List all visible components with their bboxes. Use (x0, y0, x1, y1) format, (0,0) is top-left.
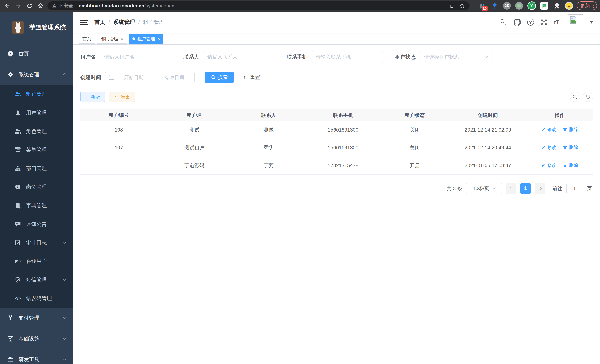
extension-tasks-icon[interactable]: 10 (478, 2, 486, 10)
tab-tenant[interactable]: 租户管理 × (129, 34, 163, 44)
date-range-picker[interactable]: 开始日期 - 结束日期 (105, 72, 195, 83)
browser-menu-icon[interactable] (593, 3, 594, 8)
user-avatar[interactable] (568, 14, 583, 30)
fullscreen-icon[interactable] (540, 19, 548, 26)
help-icon[interactable]: ? (527, 19, 534, 26)
url-text: dashboard.yudao.iocoder.cn/system/tenant (79, 3, 176, 9)
edit-link[interactable]: 修改 (541, 144, 556, 150)
filter-row-2: 创建时间 开始日期 - 结束日期 搜索 重置 (80, 72, 593, 83)
tenant-name-label: 租户名 (80, 53, 96, 60)
sidebar-item-infra[interactable]: 基础设施 (0, 328, 73, 349)
sidebar-item-dict[interactable]: 字典管理 (0, 196, 73, 215)
breadcrumb-system[interactable]: 系统管理 (113, 19, 135, 26)
sidebar-item-post[interactable]: 岗位管理 (0, 178, 73, 196)
url-path: /system/tenant (144, 3, 176, 9)
breadcrumb: 首页 / 系统管理 / 租户管理 (94, 19, 165, 26)
delete-link[interactable]: 删除 (563, 127, 578, 133)
update-label: 更新 (580, 2, 590, 9)
start-date-placeholder[interactable]: 开始日期 (118, 74, 150, 81)
org-chart-icon (14, 165, 21, 172)
browser-reload-icon[interactable] (25, 1, 34, 10)
sidebar-item-online-users[interactable]: 在线用户 (0, 252, 73, 271)
close-icon[interactable]: × (157, 36, 160, 41)
sidebar-item-menu[interactable]: 菜单管理 (0, 141, 73, 159)
share-icon[interactable] (449, 3, 455, 9)
mobile-input[interactable] (311, 51, 384, 63)
tab-dept[interactable]: 部门管理 × (97, 34, 127, 44)
extension-kite-icon[interactable] (491, 2, 498, 10)
sidebar-item-payment[interactable]: ¥ 支付管理 (0, 308, 73, 328)
download-icon (114, 95, 118, 99)
font-size-icon[interactable]: tT (554, 19, 560, 25)
trash-icon (563, 145, 567, 150)
sidebar-item-label: 字典管理 (26, 202, 47, 209)
calendar-icon (109, 75, 114, 80)
extension-command-icon[interactable] (503, 2, 511, 10)
browser-home-icon[interactable] (36, 1, 45, 10)
sidebar-item-system[interactable]: 系统管理 (0, 64, 73, 85)
extension-dot-icon[interactable] (515, 2, 523, 10)
browser-back-icon[interactable] (3, 1, 11, 10)
sidebar-item-label: 在线用户 (26, 258, 47, 265)
edit-link[interactable]: 修改 (541, 162, 556, 168)
dictionary-icon (14, 202, 21, 209)
close-icon[interactable]: × (121, 36, 123, 41)
hide-search-button[interactable] (570, 92, 580, 102)
tenant-name-input[interactable] (100, 51, 172, 63)
sidebar-logo[interactable]: 芋道管理系统 (0, 11, 73, 43)
extension-chat-icon[interactable] (540, 2, 548, 10)
sidebar-item-error-code[interactable]: </> 错误码管理 (0, 289, 73, 308)
end-date-placeholder[interactable]: 结束日期 (158, 74, 191, 81)
prev-page-button[interactable] (506, 183, 516, 194)
user-icon (14, 110, 21, 116)
table-row: 107 测试租户 秃头 15601691300 关闭 2021-12-14 20… (80, 139, 593, 157)
col-mobile: 联系手机 (306, 110, 380, 121)
sidebar-menu: 首页 系统管理 租户管理 用户管理 角色管理 (0, 43, 73, 364)
total-count: 共 3 条 (447, 185, 462, 192)
url-divider (76, 3, 76, 8)
table-row: 1 芋道源码 芋艿 17321315478 开启 2021-01-05 17:0… (80, 157, 593, 174)
tab-home[interactable]: 首页 (79, 34, 95, 44)
sidebar-toggle-icon[interactable] (80, 19, 88, 26)
delete-link[interactable]: 删除 (563, 144, 578, 150)
refresh-table-button[interactable] (583, 92, 593, 102)
main-area: 首页 / 系统管理 / 租户管理 ? tT (73, 11, 600, 364)
mobile-label: 联系手机 (287, 53, 307, 60)
monitor-icon (7, 336, 14, 342)
export-button[interactable]: 导出 (109, 92, 135, 102)
sidebar-item-home[interactable]: 首页 (0, 43, 73, 64)
edit-link[interactable]: 修改 (541, 127, 556, 133)
extension-y-icon[interactable]: Y (527, 1, 536, 10)
page-1-button[interactable]: 1 (520, 183, 531, 194)
search-button[interactable]: 搜索 (205, 72, 234, 83)
extensions-puzzle-icon[interactable] (553, 2, 561, 10)
sidebar-item-role[interactable]: 角色管理 (0, 122, 73, 141)
browser-forward-icon[interactable] (14, 1, 23, 10)
status-select[interactable]: 请选择租户状态 (420, 51, 492, 63)
goto-page-input[interactable] (566, 183, 583, 194)
profile-avatar-icon[interactable] (565, 2, 573, 10)
add-button[interactable]: + 新增 (80, 92, 105, 102)
sidebar-item-dept[interactable]: 部门管理 (0, 159, 73, 178)
github-icon[interactable] (514, 19, 521, 26)
sidebar-item-tenant[interactable]: 租户管理 (0, 85, 73, 103)
sidebar-item-notice[interactable]: 通知公告 (0, 215, 73, 233)
bookmark-star-icon[interactable] (459, 3, 465, 9)
sidebar-item-user[interactable]: 用户管理 (0, 103, 73, 122)
page-size-select[interactable]: 10条/页 (466, 183, 502, 194)
address-bar[interactable]: 不安全 dashboard.yudao.iocoder.cn/system/te… (47, 1, 469, 10)
security-status[interactable]: 不安全 (52, 3, 73, 9)
contact-input[interactable] (203, 51, 275, 63)
sidebar-item-audit-log[interactable]: 审计日志 (0, 233, 73, 252)
search-icon (211, 75, 216, 80)
sidebar-item-devtools[interactable]: 研发工具 (0, 349, 73, 364)
header-search-icon[interactable] (500, 19, 507, 26)
sidebar-item-sms[interactable]: 短信管理 (0, 271, 73, 289)
reset-button[interactable]: 重置 (238, 72, 265, 83)
avatar-dropdown-caret[interactable] (590, 21, 593, 25)
browser-update-button[interactable]: 更新 (577, 1, 597, 10)
breadcrumb-home[interactable]: 首页 (94, 19, 105, 26)
sidebar-item-label: 租户管理 (26, 91, 47, 98)
next-page-button[interactable] (535, 183, 545, 194)
delete-link[interactable]: 删除 (563, 162, 578, 168)
